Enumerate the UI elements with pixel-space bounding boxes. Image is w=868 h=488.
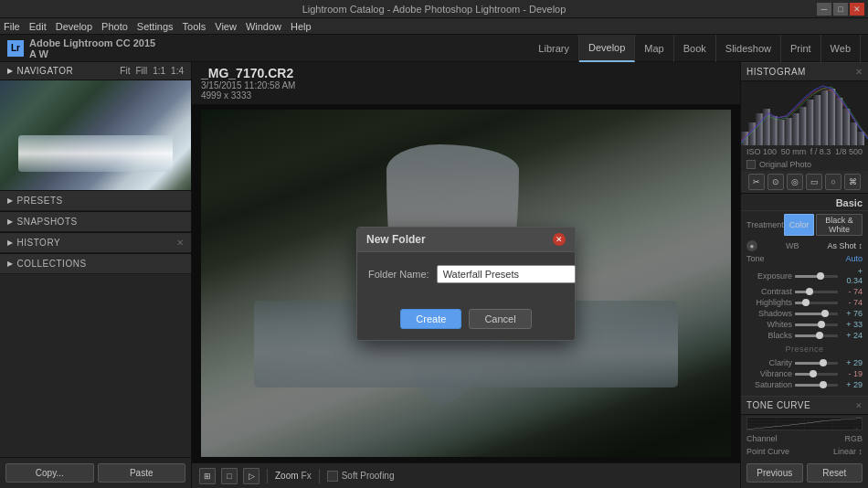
menu-settings[interactable]: Settings <box>137 21 174 32</box>
menu-tools[interactable]: Tools <box>183 21 206 32</box>
view-compare-button[interactable]: ▷ <box>243 468 259 484</box>
gradient-filter-tool[interactable]: ▭ <box>806 174 822 190</box>
point-curve-row: Point Curve Linear ↕ <box>741 445 868 458</box>
tone-curve-svg: Mop <box>747 418 862 430</box>
modal-body: Folder Name: <box>357 252 575 309</box>
svg-text:Mop: Mop <box>852 429 860 430</box>
minimize-button[interactable]: ─ <box>817 3 831 16</box>
zoom-label: Zoom <box>275 471 299 481</box>
tone-curve-header[interactable]: Tone Curve ✕ <box>741 396 868 415</box>
clarity-value: + 29 <box>841 358 863 367</box>
menu-view[interactable]: View <box>215 21 237 32</box>
crop-tool[interactable]: ✂ <box>748 174 765 190</box>
menu-window[interactable]: Window <box>246 21 281 32</box>
module-web[interactable]: Web <box>821 35 861 62</box>
soft-proofing-control: Soft Proofing <box>327 471 395 482</box>
nav-fit[interactable]: Fit <box>120 66 130 76</box>
snapshots-header[interactable]: ▶ Snapshots <box>0 211 191 232</box>
original-photo-checkbox[interactable] <box>746 160 756 169</box>
create-button[interactable]: Create <box>400 309 461 329</box>
module-book[interactable]: Book <box>674 35 716 62</box>
spot-removal-tool[interactable]: ⊙ <box>767 174 784 190</box>
shadows-label: Shadows <box>746 309 792 318</box>
module-library[interactable]: Library <box>529 35 579 62</box>
channel-value[interactable]: RGB <box>844 434 863 443</box>
svg-rect-7 <box>792 113 799 145</box>
vibrance-value: - 19 <box>841 369 863 378</box>
svg-rect-12 <box>828 89 835 145</box>
folder-name-input[interactable] <box>437 265 576 283</box>
presets-header[interactable]: ▶ Presets <box>0 190 191 211</box>
blacks-track[interactable] <box>795 334 838 337</box>
develop-tools: ✂ ⊙ ◎ ▭ ○ ⌘ <box>741 171 868 194</box>
menu-develop[interactable]: Develop <box>56 21 92 32</box>
radial-filter-tool[interactable]: ○ <box>825 174 842 190</box>
basic-panel-title: Basic <box>741 194 868 211</box>
redeye-tool[interactable]: ◎ <box>787 174 803 190</box>
collections-header[interactable]: ▶ Collections <box>0 253 191 274</box>
paste-button[interactable]: Paste <box>98 463 186 483</box>
modal-close-button[interactable]: ✕ <box>553 233 566 246</box>
presets-label: Presets <box>17 196 63 206</box>
folder-name-field-row: Folder Name: <box>368 265 564 283</box>
cancel-button[interactable]: Cancel <box>469 309 531 329</box>
highlights-track[interactable] <box>795 302 838 304</box>
point-curve-value[interactable]: Linear ↕ <box>833 447 863 456</box>
bw-treatment-btn[interactable]: Black & White <box>816 214 863 236</box>
tone-auto[interactable]: Auto <box>845 254 863 263</box>
clarity-track[interactable] <box>795 362 838 365</box>
history-header[interactable]: ▶ History ✕ <box>0 232 191 253</box>
nav-1-1[interactable]: 1:1 <box>153 66 165 76</box>
main-layout: ▶ Navigator Fit Fill 1:1 1:4 ▶ Presets <box>0 62 868 488</box>
presence-label: Presence <box>741 343 868 355</box>
menu-file[interactable]: File <box>4 21 20 32</box>
exposure-track[interactable] <box>795 275 838 278</box>
contrast-slider-row: Contrast - 74 <box>741 286 868 297</box>
svg-rect-14 <box>842 109 850 145</box>
focal-length: 50 mm <box>781 147 807 156</box>
right-panel: Histogram ✕ <box>740 62 868 488</box>
prev-reset-buttons: Previous Reset <box>741 458 868 488</box>
previous-button[interactable]: Previous <box>746 463 803 483</box>
menu-edit[interactable]: Edit <box>29 21 47 32</box>
view-loupe-button[interactable]: □ <box>221 468 238 484</box>
history-triangle: ▶ <box>7 239 14 247</box>
navigator-header[interactable]: ▶ Navigator Fit Fill 1:1 1:4 <box>0 62 191 80</box>
vibrance-track[interactable] <box>795 373 838 376</box>
svg-rect-13 <box>835 98 842 145</box>
original-photo-label: Original Photo <box>759 160 811 169</box>
svg-rect-10 <box>813 95 820 145</box>
histogram-header[interactable]: Histogram ✕ <box>741 62 868 81</box>
iso-value: ISO 100 <box>746 147 777 156</box>
close-button[interactable]: ✕ <box>850 3 864 16</box>
module-develop[interactable]: Develop <box>579 35 635 62</box>
saturation-track[interactable] <box>795 384 838 387</box>
adjustment-brush-tool[interactable]: ⌘ <box>844 174 861 190</box>
nav-1-4[interactable]: 1:4 <box>171 66 184 76</box>
contrast-track[interactable] <box>795 291 838 293</box>
svg-rect-5 <box>778 120 785 145</box>
title-bar: Lightroom Catalog - Adobe Photoshop Ligh… <box>0 0 868 18</box>
wb-value[interactable]: As Shot ↕ <box>827 241 863 250</box>
module-print[interactable]: Print <box>781 35 821 62</box>
shadows-value: + 76 <box>841 309 863 318</box>
view-grid-button[interactable]: ⊞ <box>199 468 216 484</box>
histogram-close[interactable]: ✕ <box>855 67 863 77</box>
copy-button[interactable]: Copy... <box>5 463 94 483</box>
new-folder-dialog: New Folder ✕ Folder Name: Create Cancel <box>356 227 576 341</box>
soft-proofing-checkbox[interactable] <box>327 471 338 482</box>
whites-track[interactable] <box>795 324 838 326</box>
navigator-controls: Fit Fill 1:1 1:4 <box>120 66 184 76</box>
color-treatment-btn[interactable]: Color <box>784 214 815 236</box>
shadows-track[interactable] <box>795 313 838 315</box>
module-map[interactable]: Map <box>635 35 673 62</box>
svg-rect-9 <box>806 100 813 145</box>
nav-fill[interactable]: Fill <box>135 66 147 76</box>
reset-button[interactable]: Reset <box>807 463 863 483</box>
app-logo: Lr Adobe Lightroom CC 2015 A W <box>7 37 155 59</box>
module-slideshow[interactable]: Slideshow <box>716 35 781 62</box>
menu-photo[interactable]: Photo <box>101 21 128 32</box>
menu-help[interactable]: Help <box>291 21 312 32</box>
center-area: _MG_7170.CR2 3/15/2015 11:20:58 AM 4999 … <box>192 62 740 488</box>
maximize-button[interactable]: □ <box>833 3 848 16</box>
